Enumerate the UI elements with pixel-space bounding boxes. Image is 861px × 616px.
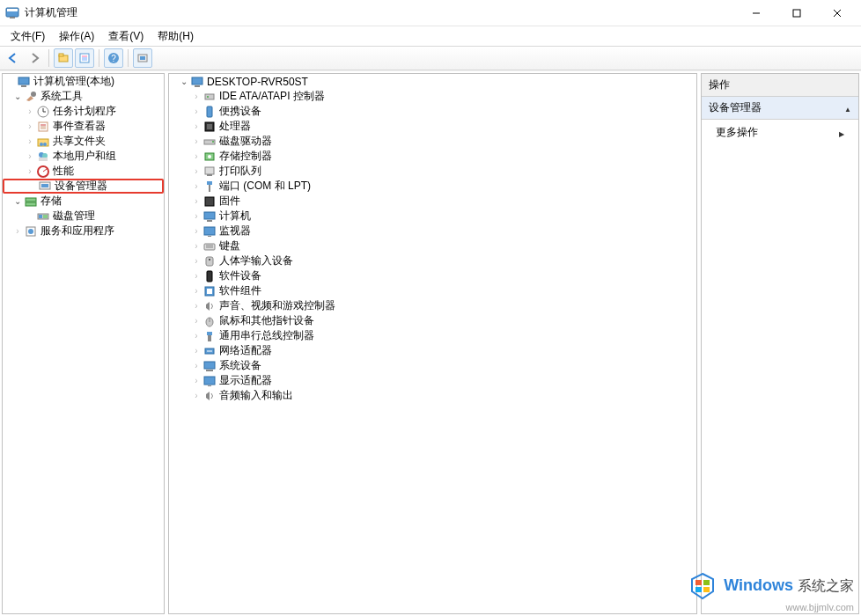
device-category-label: 键盘 <box>219 238 240 253</box>
svg-rect-56 <box>207 174 212 176</box>
minimize-button[interactable] <box>736 1 776 26</box>
svg-rect-40 <box>39 215 42 218</box>
device-category[interactable]: ›监视器 <box>169 224 696 238</box>
chevron-right-icon[interactable]: › <box>190 196 202 206</box>
chevron-right-icon[interactable]: › <box>190 271 202 281</box>
device-category[interactable]: ›网络适配器 <box>169 343 696 358</box>
chevron-right-icon[interactable]: › <box>190 346 202 356</box>
tree-disk-mgmt-label: 磁盘管理 <box>53 209 95 224</box>
tree-root[interactable]: 计算机管理(本地) <box>3 74 164 89</box>
maximize-button[interactable] <box>776 1 817 26</box>
device-category[interactable]: ›IDE ATA/ATAPI 控制器 <box>169 89 696 104</box>
svg-rect-45 <box>195 85 200 87</box>
chevron-right-icon[interactable]: › <box>11 226 24 236</box>
chevron-right-icon[interactable]: › <box>24 121 36 131</box>
menu-action[interactable]: 操作(A) <box>52 27 101 46</box>
device-category[interactable]: ›键盘 <box>169 238 696 253</box>
tree-system-tools[interactable]: ⌄ 系统工具 <box>3 89 164 104</box>
chevron-right-icon[interactable]: › <box>190 211 202 221</box>
device-category[interactable]: ›软件设备 <box>169 268 696 283</box>
chevron-down-icon[interactable]: ⌄ <box>11 92 24 101</box>
toolbar-device-button[interactable] <box>133 48 152 68</box>
device-category[interactable]: ›软件组件 <box>169 283 696 298</box>
tree-event-viewer[interactable]: › 事件查看器 <box>3 119 164 134</box>
menu-help[interactable]: 帮助(H) <box>151 27 201 46</box>
toolbar-help-button[interactable]: ? <box>104 48 123 68</box>
toolbar-folder-button[interactable] <box>54 48 73 68</box>
chevron-right-icon[interactable]: › <box>190 241 202 251</box>
tree-device-manager[interactable]: 设备管理器 <box>3 179 164 194</box>
device-category[interactable]: ›固件 <box>169 194 696 209</box>
chevron-right-icon[interactable]: › <box>190 391 202 400</box>
device-root[interactable]: ⌄ DESKTOP-RVR50ST <box>169 74 696 89</box>
chevron-right-icon[interactable]: › <box>190 92 202 101</box>
chevron-right-icon[interactable]: › <box>190 181 202 191</box>
chevron-right-icon[interactable]: › <box>190 331 202 341</box>
svg-rect-1 <box>7 9 18 11</box>
device-category[interactable]: ›显示适配器 <box>169 373 696 388</box>
chevron-right-icon[interactable]: › <box>24 151 36 161</box>
device-tree[interactable]: ⌄ DESKTOP-RVR50ST ›IDE ATA/ATAPI 控制器›便携设… <box>169 74 696 403</box>
menu-view[interactable]: 查看(V) <box>101 27 151 46</box>
tree-performance[interactable]: › 性能 <box>3 164 164 179</box>
chevron-right-icon[interactable]: › <box>190 361 202 370</box>
tree-local-users[interactable]: › 本地用户和组 <box>3 149 164 164</box>
svg-rect-36 <box>41 184 48 187</box>
actions-more[interactable]: 更多操作 <box>702 120 858 145</box>
chevron-right-icon[interactable]: › <box>190 136 202 146</box>
tree-storage[interactable]: ⌄ 存储 <box>3 194 164 209</box>
tree-device-manager-label: 设备管理器 <box>55 179 107 194</box>
device-category[interactable]: ›声音、视频和游戏控制器 <box>169 298 696 313</box>
menu-file[interactable]: 文件(F) <box>4 27 52 46</box>
management-tree[interactable]: 计算机管理(本地) ⌄ 系统工具 › 任务计划程序 <box>3 74 164 238</box>
svg-text:?: ? <box>111 54 116 63</box>
device-category[interactable]: ›便携设备 <box>169 104 696 119</box>
toolbar-forward-button[interactable] <box>25 48 44 68</box>
chevron-right-icon[interactable]: › <box>190 376 202 385</box>
chevron-right-icon[interactable]: › <box>190 316 202 326</box>
device-category[interactable]: ›鼠标和其他指针设备 <box>169 313 696 328</box>
device-category[interactable]: ›通用串行总线控制器 <box>169 328 696 343</box>
device-category[interactable]: ›人体学输入设备 <box>169 253 696 268</box>
svg-rect-46 <box>205 94 214 99</box>
chevron-down-icon[interactable]: ⌄ <box>11 196 24 206</box>
tree-shared-folders-label: 共享文件夹 <box>53 134 106 149</box>
chevron-right-icon[interactable]: › <box>190 256 202 266</box>
device-category[interactable]: ›磁盘驱动器 <box>169 134 696 149</box>
svg-rect-17 <box>18 77 29 84</box>
close-button[interactable] <box>817 1 857 26</box>
device-category[interactable]: ›处理器 <box>169 119 696 134</box>
actions-section-device-manager[interactable]: 设备管理器 <box>702 97 858 120</box>
chevron-right-icon[interactable]: › <box>190 301 202 311</box>
chevron-right-icon[interactable]: › <box>190 166 202 176</box>
chevron-right-icon[interactable]: › <box>190 226 202 236</box>
chevron-right-icon[interactable]: › <box>190 286 202 296</box>
device-category[interactable]: ›存储控制器 <box>169 149 696 164</box>
device-category-icon <box>202 105 217 119</box>
chevron-right-icon[interactable]: › <box>24 106 36 116</box>
device-category-label: 存储控制器 <box>219 149 272 164</box>
tree-shared-folders[interactable]: › 共享文件夹 <box>3 134 164 149</box>
toolbar-back-button[interactable] <box>4 48 23 68</box>
device-category-label: 计算机 <box>219 209 251 224</box>
svg-rect-55 <box>205 167 214 174</box>
toolbar-details-button[interactable] <box>75 48 94 68</box>
tree-services[interactable]: › 服务和应用程序 <box>3 224 164 238</box>
tree-disk-mgmt[interactable]: 磁盘管理 <box>3 209 164 224</box>
svg-rect-4 <box>793 10 800 17</box>
device-category[interactable]: ›系统设备 <box>169 358 696 373</box>
chevron-right-icon[interactable]: › <box>24 166 36 176</box>
chevron-right-icon[interactable]: › <box>24 136 36 146</box>
svg-point-43 <box>28 229 33 234</box>
chevron-right-icon[interactable]: › <box>190 151 202 161</box>
chevron-down-icon[interactable]: ⌄ <box>178 77 190 86</box>
device-category-icon <box>202 90 217 104</box>
device-category[interactable]: ›计算机 <box>169 209 696 224</box>
device-category[interactable]: ›打印队列 <box>169 164 696 179</box>
device-category[interactable]: ›音频输入和输出 <box>169 388 696 403</box>
tree-task-scheduler[interactable]: › 任务计划程序 <box>3 104 164 119</box>
device-category-icon <box>202 284 217 298</box>
chevron-right-icon[interactable]: › <box>190 121 202 131</box>
chevron-right-icon[interactable]: › <box>190 106 202 116</box>
device-category[interactable]: ›端口 (COM 和 LPT) <box>169 179 696 194</box>
